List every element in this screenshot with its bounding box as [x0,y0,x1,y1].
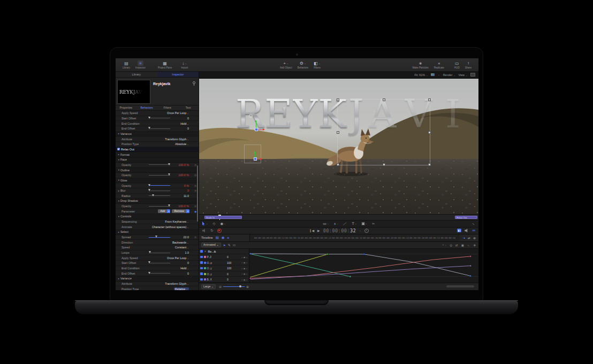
audio-track-icon[interactable]: ◉ [222,236,225,240]
keyframe-point[interactable] [469,275,471,277]
inspector-row-attribute[interactable]: AttributeTransform Glyph⌄ [116,136,199,142]
inspector-row-apply-speed[interactable]: Apply SpeedOnce Per Loop⌄ [116,111,199,116]
checkbox-checked[interactable] [200,267,203,270]
inspector-tab-filters[interactable]: Filters [157,105,178,110]
slider-thumb[interactable] [168,173,170,176]
zoom-slider[interactable] [223,286,245,287]
slider-track[interactable] [149,175,170,176]
transform-gizmo-secondary[interactable] [255,153,261,160]
inspector-row-sequencing[interactable]: SequencingFrom Keyframes⌄ [116,219,199,225]
value-field[interactable]: 1.0 [185,251,189,254]
anchor-ring-handle[interactable] [249,114,253,118]
inspector-row-controls[interactable]: ▾Controls [116,214,199,219]
inspector-row-variance[interactable]: ▸Variance [116,132,199,137]
value-field[interactable]: 0 [187,117,189,120]
popup-value[interactable]: Hold⌄ [180,267,189,270]
horizontal-scrollbar[interactable] [446,285,474,287]
inspector-row-select[interactable]: ▸Select [116,230,199,235]
value-field[interactable]: 0 % [184,184,189,187]
param-value[interactable]: 100 [227,267,231,270]
layout-grid-icon[interactable] [470,73,475,77]
inspector-row-relax-out[interactable]: Relax Out [116,147,199,153]
inspector-row-start-offset[interactable]: Start Offset0 [116,261,199,266]
animated-filter-popup[interactable]: Animated ⌄ [201,242,221,247]
slider-track[interactable] [149,164,170,165]
keyframe-nav-icon[interactable]: ◇ [194,163,196,166]
behavior-bar-scale-in[interactable]: Scale In [204,216,242,219]
add-popup-button[interactable]: Add▾ [158,209,170,213]
inspector-row-opacity[interactable]: Opacity100.0 %◇ [116,204,199,209]
remove-popup-button[interactable]: Remove▾ [172,209,189,213]
keyframe-group-row[interactable]: ▾Re...ik [199,249,249,255]
checkbox-checked[interactable] [200,278,203,281]
keyframe-point[interactable] [326,253,328,255]
value-field[interactable]: 0 [187,189,189,192]
value-field[interactable]: 100.0 % [178,173,189,177]
behaviors-button[interactable]: ⚙⌄Behaviors [298,60,308,69]
fullscreen-icon[interactable]: ↔ [472,222,476,226]
swap-icon[interactable]: ⇄ [455,244,458,247]
import-button[interactable]: ↓⌄Import [181,60,188,69]
keyframe-nav-icon[interactable]: ◇ [194,184,196,187]
selection-handle[interactable] [337,131,339,134]
checkbox-checked[interactable] [200,261,203,264]
value-field[interactable]: 100.0 % [178,204,189,208]
keyframe-param-row[interactable]: O..p100◃◆▹ [199,260,249,266]
value-field[interactable]: 0 [187,261,189,264]
transform-tool[interactable]: ◇ [213,222,216,226]
box-select-icon[interactable]: ▭ [233,243,236,247]
selection-handle[interactable] [383,163,385,166]
cut-tool[interactable]: ✂ [372,222,375,225]
video-track-icon[interactable]: ▤ [216,236,219,240]
slider-thumb[interactable] [148,189,150,191]
inspector-row-speed[interactable]: SpeedConstant⌄ [116,245,199,251]
inspector-row-animate[interactable]: AnimateCharacter (without spaces)⌄ [116,224,199,230]
add-object-button[interactable]: +⌄Add Object [280,60,292,69]
project-pane-button[interactable]: ▦Project Pane [158,60,172,69]
slider-thumb[interactable] [148,117,150,119]
popup-value[interactable]: Backwards⌄ [172,241,189,244]
selection-handle[interactable] [428,163,431,166]
inspector-row-start-offset[interactable]: Start Offset0 [116,116,199,122]
inspector-row-outline[interactable]: ▾Outline [116,168,199,173]
value-field[interactable]: 100.0 % [178,163,189,166]
keyframe-point[interactable] [363,253,364,255]
purple-curve[interactable] [250,266,470,279]
zoom-out-icon[interactable]: ⊖ [219,285,222,289]
audio-icon[interactable] [465,229,469,232]
loop-playback-icon[interactable]: ∞ [472,229,475,232]
transform-gizmo[interactable] [256,122,263,130]
select-tool[interactable]: ⌄ [202,222,208,226]
slider-thumb[interactable] [148,272,150,274]
replicate-button[interactable]: ×Replicate [434,60,444,69]
snap-toggle-icon[interactable]: ◦● [462,236,465,239]
keyframe-param-row[interactable]: P..Z0◃◆▹ [199,254,249,260]
slider-track[interactable] [149,237,170,238]
selection-handle[interactable] [428,131,431,134]
add-keyframe-icon[interactable]: ＋⌄ [442,243,446,247]
slider-track[interactable] [149,195,170,196]
inspector-row-end-condition[interactable]: End ConditionHold⌄ [116,121,199,126]
keyframe-nav-icon[interactable]: ◇ [194,236,196,239]
make-particles-button[interactable]: ∗Make Particles [413,60,429,69]
keyframe-point[interactable] [249,277,251,279]
selection-handle[interactable] [337,98,339,101]
selection-handle[interactable] [428,98,431,101]
popup-value[interactable]: Hold⌄ [180,122,189,125]
play-button[interactable]: ▶ [317,229,320,232]
checkbox-checked[interactable] [117,148,120,150]
checkbox-checked[interactable] [200,272,203,275]
curve-size-popup[interactable]: Large ⌄ [201,284,216,289]
keyframe-nav[interactable]: ◃◆▹ [241,272,247,275]
inspector-row-end-offset[interactable]: End Offset0 [116,126,199,132]
av-output-icon[interactable] [457,229,461,232]
popup-value[interactable]: Absolute⌄ [175,142,189,146]
canvas[interactable]: REYKJAVI [199,79,478,215]
slider-track[interactable] [149,253,170,253]
link-curves-icon[interactable]: ↔ [467,243,471,247]
keyframe-param-row[interactable]: O..y100◃◆▹ [199,266,249,271]
inspector-row-opacity[interactable]: Opacity100.0 %◇ [116,173,199,178]
inspector-row-parameter[interactable]: ParameterAdd▾Remove▾◆ [116,209,199,214]
bezier-tool[interactable]: ∧⌄ [333,222,338,225]
paint-stroke-tool[interactable]: ／ [343,221,348,226]
